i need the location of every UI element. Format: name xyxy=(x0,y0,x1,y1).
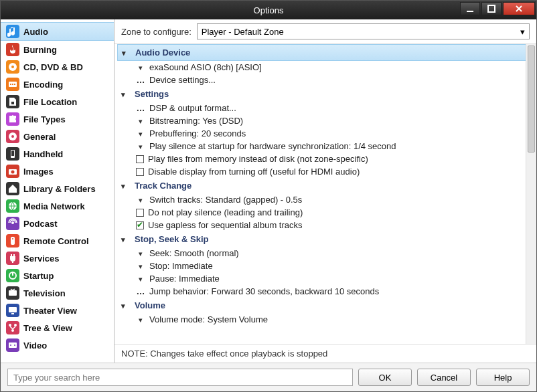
chevron-down-icon xyxy=(136,261,145,271)
chevron-down-icon xyxy=(136,274,145,284)
cancel-button[interactable]: Cancel xyxy=(417,369,471,386)
svg-rect-19 xyxy=(9,307,17,312)
section-title: Volume xyxy=(135,300,165,310)
chevron-down-icon xyxy=(136,116,145,126)
setting-label: Stop: Immediate xyxy=(149,261,213,271)
sidebar-item-label: Library & Folders xyxy=(23,184,96,194)
sidebar-item-label: Media Network xyxy=(23,201,85,211)
puzzle-icon xyxy=(6,112,19,126)
svg-rect-5 xyxy=(11,102,14,104)
svg-point-15 xyxy=(12,238,13,239)
chevron-down-icon xyxy=(136,128,145,138)
ok-button[interactable]: OK xyxy=(358,369,412,386)
sidebar-item-encoding[interactable]: Encoding xyxy=(1,76,114,93)
section-header-volume[interactable]: Volume xyxy=(117,298,534,313)
minimize-button[interactable] xyxy=(460,2,480,15)
sidebar-item-audio[interactable]: Audio xyxy=(1,22,114,41)
setting-row[interactable]: Jump behavior: Forward 30 seconds, backw… xyxy=(117,285,534,298)
scrollbar[interactable] xyxy=(526,44,536,344)
close-button[interactable] xyxy=(503,2,535,15)
setting-label: Play files from memory instead of disk (… xyxy=(148,154,368,164)
sidebar: AudioBurningCD, DVD & BDEncodingFile Loc… xyxy=(1,19,114,363)
sidebar-item-burning[interactable]: Burning xyxy=(1,41,114,58)
setting-row[interactable]: Play files from memory instead of disk (… xyxy=(117,153,534,165)
window-controls xyxy=(460,2,535,15)
sidebar-item-label: Theater View xyxy=(23,306,77,316)
setting-row[interactable]: Disable display from turning off (useful… xyxy=(117,165,534,178)
help-button[interactable]: Help xyxy=(476,369,530,386)
setting-row[interactable]: Do not play silence (leading and trailin… xyxy=(117,206,534,219)
scrollbar-thumb[interactable] xyxy=(528,45,535,153)
chevron-down-icon xyxy=(136,195,145,205)
setting-label: Prebuffering: 20 seconds xyxy=(149,128,246,138)
playback-note: NOTE: Changes take effect once playback … xyxy=(114,345,536,363)
body: AudioBurningCD, DVD & BDEncodingFile Loc… xyxy=(1,19,536,363)
search-input[interactable] xyxy=(7,369,353,386)
sidebar-item-handheld[interactable]: Handheld xyxy=(1,145,114,163)
svg-rect-9 xyxy=(11,151,14,156)
setting-label: DSP & output format... xyxy=(149,103,236,113)
zone-label: Zone to configure: xyxy=(121,27,191,37)
remote-icon xyxy=(6,234,19,248)
section-header-settings[interactable]: Settings xyxy=(117,86,534,102)
setting-row[interactable]: DSP & output format... xyxy=(117,102,534,114)
filelock-icon xyxy=(6,95,19,108)
setting-row[interactable]: Seek: Smooth (normal) xyxy=(117,247,534,260)
general-icon xyxy=(6,130,19,143)
section-header-audio-device[interactable]: Audio Device xyxy=(117,44,534,61)
sidebar-item-video[interactable]: Video xyxy=(1,336,114,354)
setting-row[interactable]: Switch tracks: Standard (gapped) - 0.5s xyxy=(117,193,534,206)
audio-icon xyxy=(6,25,19,38)
ellipsis-icon xyxy=(136,75,145,85)
sidebar-item-general[interactable]: General xyxy=(1,128,114,145)
camera-icon xyxy=(6,165,19,178)
sidebar-item-tree-view[interactable]: Tree & View xyxy=(1,319,114,336)
sidebar-item-podcast[interactable]: Podcast xyxy=(1,215,114,232)
sidebar-item-images[interactable]: Images xyxy=(1,163,114,180)
section-header-track-change[interactable]: Track Change xyxy=(117,178,534,193)
sidebar-item-file-types[interactable]: File Types xyxy=(1,110,114,128)
svg-rect-18 xyxy=(9,290,17,296)
sidebar-item-label: Tree & View xyxy=(23,323,72,333)
setting-row[interactable]: Volume mode: System Volume xyxy=(117,313,534,326)
disc-icon xyxy=(6,60,19,74)
setting-row[interactable]: Bitstreaming: Yes (DSD) xyxy=(117,114,534,127)
chevron-down-icon xyxy=(136,314,145,324)
ellipsis-icon xyxy=(136,286,145,296)
sidebar-item-cd-dvd-bd[interactable]: CD, DVD & BD xyxy=(1,58,114,76)
sidebar-item-label: Video xyxy=(23,340,47,351)
section-title: Track Change xyxy=(135,181,191,191)
setting-label: Play silence at startup for hardware syn… xyxy=(149,141,396,151)
sidebar-item-services[interactable]: Services xyxy=(1,250,114,267)
setting-label: Volume mode: System Volume xyxy=(149,314,268,324)
setting-row[interactable]: Use gapless for sequential album tracks xyxy=(117,219,534,231)
sidebar-item-startup[interactable]: Startup xyxy=(1,267,114,284)
setting-row[interactable]: Play silence at startup for hardware syn… xyxy=(117,140,534,153)
sidebar-item-theater-view[interactable]: Theater View xyxy=(1,302,114,319)
setting-label: Use gapless for sequential album tracks xyxy=(148,220,303,230)
zone-select[interactable]: Player - Default Zone ▾ xyxy=(197,23,530,39)
sidebar-item-media-network[interactable]: Media Network xyxy=(1,197,114,215)
setting-row[interactable]: Prebuffering: 20 seconds xyxy=(117,127,534,140)
maximize-button[interactable] xyxy=(481,2,502,15)
sidebar-item-label: Remote Control xyxy=(23,236,89,246)
setting-label: Do not play silence (leading and trailin… xyxy=(148,207,303,217)
svg-rect-1 xyxy=(488,5,495,12)
setting-row[interactable]: exaSound ASIO (8ch) [ASIO] xyxy=(117,61,534,74)
sidebar-item-label: Audio xyxy=(23,27,48,37)
svg-point-21 xyxy=(9,324,11,326)
sidebar-item-library-folders[interactable]: Library & Folders xyxy=(1,180,114,197)
settings-tree-wrap: Audio DeviceexaSound ASIO (8ch) [ASIO]De… xyxy=(114,44,536,345)
sidebar-item-remote-control[interactable]: Remote Control xyxy=(1,232,114,250)
sidebar-item-file-location[interactable]: File Location xyxy=(1,93,114,110)
setting-row[interactable]: Pause: Immediate xyxy=(117,272,534,285)
sidebar-item-label: Encoding xyxy=(23,80,63,90)
monitor-icon xyxy=(6,304,19,317)
setting-row[interactable]: Device settings... xyxy=(117,74,534,86)
sidebar-item-label: Startup xyxy=(23,271,54,281)
ellipsis-icon xyxy=(136,103,145,113)
chevron-down-icon xyxy=(136,141,145,151)
setting-row[interactable]: Stop: Immediate xyxy=(117,260,534,272)
sidebar-item-television[interactable]: Television xyxy=(1,284,114,302)
section-header-stop-seek-skip[interactable]: Stop, Seek & Skip xyxy=(117,231,534,247)
